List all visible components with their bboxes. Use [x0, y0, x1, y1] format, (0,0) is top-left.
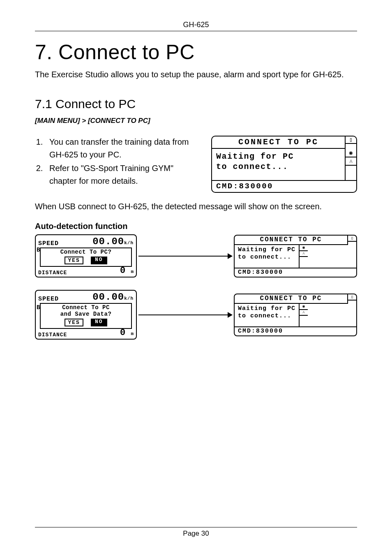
antenna-icon: ⟑: [300, 310, 308, 316]
lcd-side-icons: ▯: [345, 136, 356, 149]
lcd-line: to connect...: [216, 162, 288, 171]
lcd-line: Waiting for PC: [238, 305, 295, 312]
no-button[interactable]: NO: [91, 257, 107, 264]
lcd-body-icons: ◉ ⟑: [299, 245, 308, 268]
signal-icon: ◉: [346, 149, 356, 157]
speed-value: 00.00k/h: [92, 236, 134, 247]
distance-value: 0 m: [120, 266, 134, 276]
flow-arrow: [138, 256, 232, 257]
detection-note: When USB connect to GH-625, the detected…: [35, 200, 357, 213]
signal-icon: ◉: [300, 245, 308, 251]
dialog-box: Connect To PC and Save Data? YES NO: [40, 303, 132, 329]
page-header: GH-625: [35, 21, 357, 31]
lcd-title: CONNECT TO PC: [212, 136, 345, 149]
chapter-lead: The Exercise Studio allows you to setup …: [35, 68, 357, 81]
section-title: 7.1 Connect to PC: [35, 97, 357, 111]
menu-path: [MAIN MENU] > [CONNECT TO PC]: [35, 117, 357, 125]
lcd-side-icons: ▯: [347, 236, 356, 245]
prompt-screen-connect: B SPEED 00.00k/h Connect To PC? YES NO D…: [35, 234, 137, 278]
lcd-body-icons: ◉ ⟑: [345, 149, 356, 180]
lcd-screen-large: CONNECT TO PC ▯ Waiting for PC to connec…: [211, 136, 357, 193]
distance-label: DISTANCE: [38, 332, 67, 338]
antenna-icon: ⟑: [346, 157, 356, 166]
yes-button[interactable]: YES: [65, 257, 83, 264]
signal-icon: ◉: [300, 304, 308, 310]
lcd-body: Waiting for PC to connect...: [235, 304, 299, 326]
lcd-screen-small: CONNECT TO PC ▯ Waiting for PC to connec…: [234, 235, 357, 278]
battery-icon: ▯: [348, 294, 356, 301]
dialog-box: Connect To PC? YES NO: [40, 247, 132, 267]
page-footer: Page 30: [35, 527, 357, 538]
distance-label: DISTANCE: [38, 270, 67, 276]
no-button[interactable]: NO: [91, 319, 107, 326]
distance-value: 0 m: [120, 328, 134, 338]
lcd-title: CONNECT TO PC: [235, 236, 347, 245]
speed-value: 00.00k/h: [92, 291, 134, 303]
lcd-body-icons: ◉ ⟑: [299, 304, 308, 326]
chapter-title: 7. Connect to PC: [35, 40, 357, 64]
subheading: Auto-detection function: [35, 222, 357, 231]
antenna-icon: ⟑: [300, 251, 308, 257]
flow-arrow: [138, 314, 232, 315]
lcd-body: Waiting for PC to connect...: [212, 149, 345, 180]
prompt-screen-save: B SPEED 00.00k/h Connect To PC and Save …: [35, 290, 137, 340]
step-list: You can transfer the training data from …: [35, 136, 199, 187]
lcd-body: Waiting for PC to connect...: [235, 245, 299, 268]
lcd-cmd: CMD:830000: [235, 326, 356, 335]
step-item: You can transfer the training data from …: [45, 136, 199, 161]
lcd-line: Waiting for PC: [238, 246, 295, 253]
lcd-line: to connect...: [238, 312, 291, 319]
speed-label: SPEED: [38, 296, 59, 303]
battery-icon: ▯: [348, 236, 356, 242]
lcd-screen-small: CONNECT TO PC ▯ Waiting for PC to connec…: [234, 294, 357, 336]
lcd-line: to connect...: [238, 254, 291, 261]
lcd-line: Waiting for PC: [216, 152, 294, 161]
dialog-text-line: and Save Data?: [42, 311, 129, 317]
lcd-side-icons: ▯: [347, 294, 356, 304]
lcd-title: CONNECT TO PC: [235, 294, 347, 304]
battery-icon: ▯: [346, 136, 356, 144]
lcd-cmd: CMD:830000: [235, 268, 356, 277]
yes-button[interactable]: YES: [65, 319, 83, 326]
dialog-text: Connect To PC?: [42, 249, 129, 255]
step-item: Refer to "GS-Sport Training GYM" chapter…: [45, 162, 199, 187]
dialog-text-line: Connect To PC: [42, 305, 129, 311]
lcd-cmd: CMD:830000: [212, 180, 356, 192]
speed-label: SPEED: [38, 240, 59, 247]
